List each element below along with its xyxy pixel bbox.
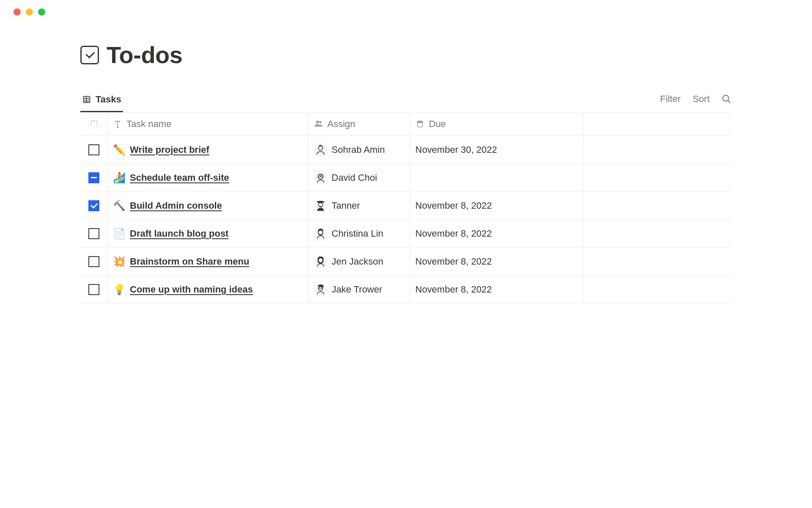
- task-checkbox[interactable]: [88, 228, 99, 239]
- window-minimize-button[interactable]: [26, 8, 33, 16]
- cell-due[interactable]: November 8, 2022: [410, 248, 584, 275]
- cell-due[interactable]: November 8, 2022: [410, 276, 584, 303]
- column-assign-label: Assign: [327, 119, 355, 130]
- cell-checkbox: [80, 220, 108, 247]
- cell-assign[interactable]: David Choi: [309, 164, 410, 191]
- cell-assign[interactable]: Jen Jackson: [309, 248, 410, 275]
- column-header-assign[interactable]: Assign: [309, 113, 410, 135]
- task-checkbox[interactable]: [88, 172, 99, 183]
- table-row[interactable]: 🔨 Build Admin console Tanner November 8,…: [80, 192, 732, 220]
- cell-empty: [584, 164, 732, 191]
- svg-point-9: [96, 121, 97, 122]
- due-date: November 8, 2022: [415, 200, 492, 211]
- assign-name: Tanner: [332, 200, 360, 211]
- cell-assign[interactable]: Tanner: [309, 192, 410, 219]
- cell-due[interactable]: [410, 164, 584, 191]
- cell-empty: [584, 276, 732, 303]
- cell-empty: [584, 248, 732, 275]
- cell-name[interactable]: ✏️ Write project brief: [108, 136, 309, 163]
- svg-point-0: [723, 95, 729, 101]
- avatar: [314, 227, 327, 240]
- column-header-checkbox: [80, 113, 108, 135]
- svg-point-20: [319, 230, 323, 234]
- column-header-empty: [584, 113, 732, 135]
- window-controls: [0, 0, 812, 16]
- cell-checkbox: [80, 192, 108, 219]
- table-row[interactable]: 🏄 Schedule team off-site David Choi: [80, 164, 732, 192]
- table-row[interactable]: 💡 Come up with naming ideas Jake Trower …: [80, 276, 732, 304]
- cell-checkbox: [80, 164, 108, 191]
- task-emoji: 💡: [113, 284, 126, 295]
- task-emoji: 🏄: [113, 172, 126, 184]
- cell-assign[interactable]: Sohrab Amin: [309, 136, 410, 163]
- table-header: Task name Assign Due: [80, 113, 732, 136]
- svg-point-4: [90, 124, 91, 125]
- cell-name[interactable]: 💡 Come up with naming ideas: [108, 276, 309, 303]
- task-name-link[interactable]: Come up with naming ideas: [130, 284, 253, 295]
- cell-name[interactable]: 💥 Brainstorm on Share menu: [108, 248, 309, 275]
- avatar: [314, 199, 327, 213]
- task-name-link[interactable]: Write project brief: [130, 144, 209, 155]
- people-icon: [314, 119, 323, 129]
- search-icon[interactable]: [721, 94, 732, 104]
- column-name-label: Task name: [126, 119, 171, 130]
- tasks-table: Task name Assign Due ✏️ Write proje: [80, 113, 732, 304]
- column-header-name[interactable]: Task name: [108, 113, 309, 135]
- svg-point-5: [97, 124, 98, 125]
- assign-name: Jake Trower: [332, 284, 382, 295]
- assign-name: Christina Lin: [332, 228, 383, 239]
- task-name-link[interactable]: Draft launch blog post: [130, 228, 228, 239]
- avatar: [314, 143, 327, 157]
- assign-name: Sohrab Amin: [332, 144, 385, 155]
- task-name-link[interactable]: Brainstorm on Share menu: [130, 256, 249, 267]
- avatar: [314, 283, 327, 296]
- page-title: To-dos: [107, 41, 182, 69]
- task-emoji: 📄: [113, 228, 126, 240]
- tab-label: Tasks: [96, 94, 121, 105]
- due-date: November 30, 2022: [415, 144, 497, 155]
- page-header: To-dos: [80, 41, 732, 69]
- tab-tasks[interactable]: Tasks: [80, 90, 123, 112]
- cell-assign[interactable]: Jake Trower: [309, 276, 410, 303]
- window-close-button[interactable]: [14, 8, 21, 16]
- task-name-link[interactable]: Build Admin console: [130, 200, 222, 211]
- task-checkbox[interactable]: [88, 256, 99, 267]
- avatar: [314, 255, 327, 268]
- text-icon: [113, 119, 122, 129]
- cell-assign[interactable]: Christina Lin: [309, 220, 410, 247]
- cell-checkbox: [80, 136, 108, 163]
- window-maximize-button[interactable]: [38, 8, 45, 16]
- cell-due[interactable]: November 8, 2022: [410, 220, 584, 247]
- due-date: November 8, 2022: [415, 228, 492, 239]
- task-name-link[interactable]: Schedule team off-site: [130, 172, 229, 183]
- svg-point-3: [93, 127, 95, 128]
- filter-button[interactable]: Filter: [660, 94, 681, 105]
- cell-due[interactable]: November 30, 2022: [410, 136, 584, 163]
- svg-point-12: [314, 171, 327, 185]
- cell-name[interactable]: 🔨 Build Admin console: [108, 192, 309, 219]
- svg-point-7: [96, 126, 97, 127]
- assign-name: Jen Jackson: [332, 256, 383, 267]
- svg-point-2: [93, 120, 95, 121]
- table-icon: [82, 95, 91, 104]
- loading-icon: [89, 119, 99, 129]
- table-row[interactable]: 📄 Draft launch blog post Christina Lin N…: [80, 220, 732, 248]
- column-due-label: Due: [429, 119, 446, 130]
- cell-due[interactable]: November 8, 2022: [410, 192, 584, 219]
- task-emoji: ✏️: [113, 144, 126, 156]
- table-row[interactable]: ✏️ Write project brief Sohrab Amin Novem…: [80, 136, 732, 164]
- table-row[interactable]: 💥 Brainstorm on Share menu Jen Jackson N…: [80, 248, 732, 276]
- cell-name[interactable]: 🏄 Schedule team off-site: [108, 164, 309, 191]
- sort-button[interactable]: Sort: [693, 94, 710, 105]
- assign-name: David Choi: [332, 172, 377, 183]
- toolbar: Tasks Filter Sort: [80, 90, 732, 113]
- view-tabs: Tasks: [80, 90, 123, 112]
- avatar: [314, 171, 327, 185]
- task-checkbox[interactable]: [88, 200, 99, 211]
- task-checkbox[interactable]: [88, 284, 99, 295]
- column-header-due[interactable]: Due: [410, 113, 584, 135]
- task-checkbox[interactable]: [88, 144, 99, 155]
- cell-empty: [584, 192, 732, 219]
- cell-checkbox: [80, 248, 108, 275]
- cell-name[interactable]: 📄 Draft launch blog post: [108, 220, 309, 247]
